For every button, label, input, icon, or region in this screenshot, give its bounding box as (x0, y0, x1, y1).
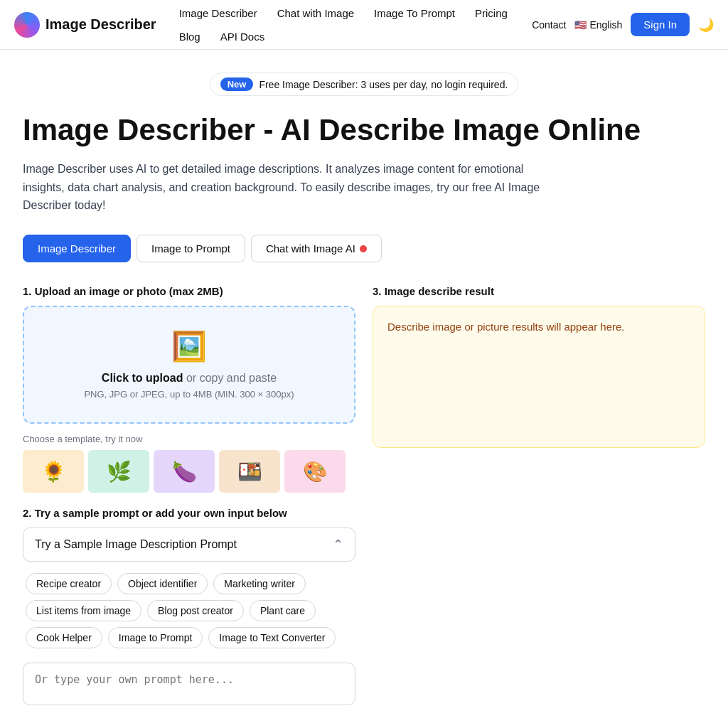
template-thumb-0[interactable]: 🌻 (23, 450, 84, 493)
prompt-section-label: 2. Try a sample prompt or add your own i… (23, 507, 355, 519)
signin-button[interactable]: Sign In (631, 13, 690, 36)
live-dot (360, 245, 367, 252)
right-column: 3. Image describe result Describe image … (373, 285, 705, 708)
nav-links: Image DescriberChat with ImageImage To P… (171, 3, 526, 47)
prompt-header-text: Try a Sample Image Description Prompt (35, 538, 237, 551)
template-label: Choose a template, try it now (23, 434, 355, 444)
flag-icon: 🇺🇸 (574, 19, 587, 31)
nav-right: Contact 🇺🇸 English Sign In 🌙 (532, 13, 714, 36)
nav-image-describer[interactable]: Image Describer (171, 3, 266, 23)
chip-recipe-creator[interactable]: Recipe creator (26, 573, 112, 594)
dark-mode-button[interactable]: 🌙 (698, 17, 714, 33)
template-thumb-2[interactable]: 🍆 (154, 450, 215, 493)
template-thumb-1[interactable]: 🌿 (88, 450, 149, 493)
tab-image-describer[interactable]: Image Describer (23, 235, 131, 262)
nav-pricing[interactable]: Pricing (466, 3, 516, 23)
logo-icon (14, 12, 40, 38)
upload-hint: PNG, JPG or JPEG, up to 4MB (MIN. 300 × … (84, 389, 294, 400)
custom-prompt-input[interactable] (23, 663, 355, 705)
upload-section-label: 1. Upload an image or photo (max 2MB) (23, 285, 355, 297)
chip-plant-care[interactable]: Plant care (250, 600, 316, 621)
lang-label: English (589, 19, 622, 31)
template-thumb-4[interactable]: 🎨 (284, 450, 346, 493)
result-section-label: 3. Image describe result (373, 285, 705, 297)
result-box: Describe image or picture results will a… (373, 306, 705, 448)
upload-icon: 🖼️ (171, 330, 207, 363)
upload-or-text: or copy and paste (186, 372, 277, 384)
nav-chat-with-image[interactable]: Chat with Image (269, 3, 363, 23)
tab-image-to-prompt[interactable]: Image to Prompt (136, 235, 245, 262)
contact-link[interactable]: Contact (532, 19, 566, 31)
chip-blog-post-creator[interactable]: Blog post creator (147, 600, 244, 621)
hero-description: Image Describer uses AI to get detailed … (23, 160, 563, 215)
main-tabs: Image DescriberImage to PromptChat with … (23, 235, 705, 262)
chip-marketing-writer[interactable]: Marketing writer (213, 573, 306, 594)
logo-text: Image Describer (46, 16, 156, 33)
prompt-chips: Recipe creatorObject identifierMarketing… (23, 562, 355, 651)
nav-api-docs[interactable]: API Docs (212, 26, 274, 47)
result-placeholder: Describe image or picture results will a… (387, 321, 624, 333)
navbar: Image Describer Image DescriberChat with… (0, 0, 728, 50)
chevron-up-icon: ⌃ (333, 537, 343, 552)
hero-title: Image Describer - AI Describe Image Onli… (23, 113, 705, 147)
chip-object-identifier[interactable]: Object identifier (117, 573, 208, 594)
upload-area[interactable]: 🖼️ Click to upload or copy and paste PNG… (23, 306, 355, 424)
left-column: 1. Upload an image or photo (max 2MB) 🖼️… (23, 285, 355, 708)
badge-new-label: New (220, 77, 254, 91)
upload-click-text: Click to upload (102, 372, 183, 384)
upload-text: Click to upload or copy and paste (102, 372, 277, 385)
content-grid: 1. Upload an image or photo (max 2MB) 🖼️… (23, 285, 705, 708)
badge-row: New Free Image Describer: 3 uses per day… (23, 73, 705, 96)
logo[interactable]: Image Describer (14, 12, 156, 38)
template-thumb-3[interactable]: 🍱 (219, 450, 280, 493)
prompt-dropdown-header[interactable]: Try a Sample Image Description Prompt ⌃ (23, 528, 355, 562)
language-selector[interactable]: 🇺🇸 English (574, 19, 622, 31)
prompt-section: 2. Try a sample prompt or add your own i… (23, 507, 355, 708)
chip-cook-helper[interactable]: Cook Helper (26, 627, 102, 648)
nav-image-to-prompt[interactable]: Image To Prompt (365, 3, 464, 23)
chip-image-to-prompt[interactable]: Image to Prompt (108, 627, 203, 648)
promo-badge: New Free Image Describer: 3 uses per day… (210, 73, 519, 96)
bottom-input-wrap (23, 663, 355, 708)
badge-message: Free Image Describer: 3 uses per day, no… (259, 79, 508, 90)
chip-list-items-from-image[interactable]: List items from image (26, 600, 141, 621)
chip-image-to-text-converter[interactable]: Image to Text Converter (208, 627, 336, 648)
main-content: New Free Image Describer: 3 uses per day… (9, 50, 719, 728)
tab-chat-with-image-ai[interactable]: Chat with Image AI (251, 235, 382, 262)
template-row: 🌻🌿🍆🍱🎨 (23, 450, 355, 493)
nav-blog[interactable]: Blog (171, 26, 209, 47)
